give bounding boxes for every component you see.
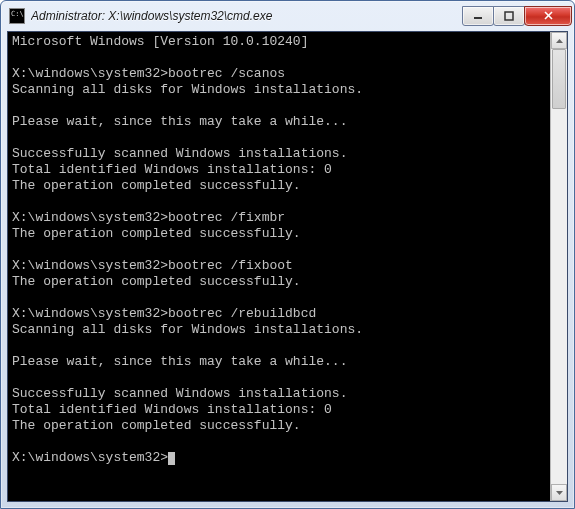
text-cursor xyxy=(168,452,175,465)
svg-marker-5 xyxy=(556,491,563,495)
chevron-up-icon xyxy=(556,39,563,43)
title-bar[interactable]: Administrator: X:\windows\system32\cmd.e… xyxy=(1,1,574,31)
maximize-icon xyxy=(504,11,514,21)
vertical-scrollbar[interactable] xyxy=(550,32,567,501)
cmd-window: Administrator: X:\windows\system32\cmd.e… xyxy=(0,0,575,509)
console-output[interactable]: Microsoft Windows [Version 10.0.10240] X… xyxy=(8,32,550,501)
minimize-button[interactable] xyxy=(462,6,494,26)
window-controls xyxy=(463,7,572,26)
minimize-icon xyxy=(473,11,483,21)
scroll-down-button[interactable] xyxy=(551,484,567,501)
svg-marker-4 xyxy=(556,39,563,43)
scrollbar-track[interactable] xyxy=(551,49,567,484)
client-area: Microsoft Windows [Version 10.0.10240] X… xyxy=(7,31,568,502)
scroll-up-button[interactable] xyxy=(551,32,567,49)
close-button[interactable] xyxy=(524,6,572,26)
chevron-down-icon xyxy=(556,491,563,495)
cmd-icon xyxy=(9,8,25,24)
window-title: Administrator: X:\windows\system32\cmd.e… xyxy=(31,9,457,23)
close-icon xyxy=(543,10,554,21)
svg-rect-0 xyxy=(474,17,482,19)
svg-rect-1 xyxy=(505,12,513,20)
maximize-button[interactable] xyxy=(493,6,525,26)
current-prompt[interactable]: X:\windows\system32> xyxy=(12,450,168,465)
scrollbar-thumb[interactable] xyxy=(552,49,566,109)
